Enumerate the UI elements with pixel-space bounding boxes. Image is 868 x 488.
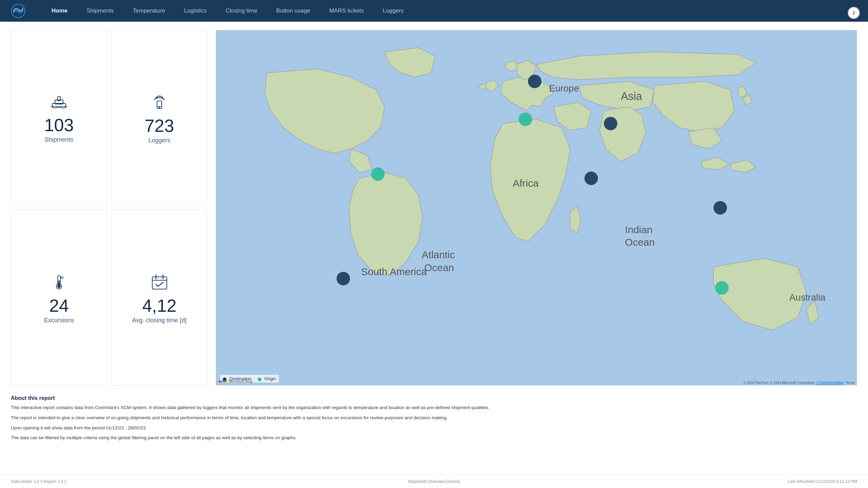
- svg-point-32: [371, 167, 385, 181]
- nav-logistics[interactable]: Logistics: [175, 0, 216, 22]
- kpi-excursions: 24 Excursions: [11, 210, 107, 386]
- nav-closing-time[interactable]: Closing time: [216, 0, 267, 22]
- svg-text:South America: South America: [361, 266, 427, 277]
- origin-dot: [258, 378, 261, 381]
- svg-point-29: [713, 201, 727, 215]
- kpi-closing-time: 4,12 Avg. closing time [d]: [111, 210, 208, 386]
- nav-mars-tickets[interactable]: MARS tickets: [320, 0, 373, 22]
- svg-text:Australia: Australia: [789, 292, 826, 303]
- thermometer-icon: [51, 273, 67, 293]
- map-attribution: © 2023 TomTom, © 2024 Microsoft Corporat…: [744, 381, 855, 385]
- about-para-3: Upon opening it will show data from the …: [11, 424, 857, 432]
- svg-text:Africa: Africa: [513, 178, 539, 189]
- about-section: About this report This interactive repor…: [0, 386, 868, 451]
- excursions-label: Excursions: [44, 317, 74, 324]
- svg-text:Indian: Indian: [625, 224, 652, 235]
- svg-text:Atlantic: Atlantic: [422, 249, 455, 260]
- svg-point-28: [585, 171, 598, 185]
- footer-center: Shipments Overview Dummy: [408, 479, 460, 484]
- bing-logo: ■■■■ Microsoft Bing: [219, 379, 252, 383]
- origin-label: Origin: [264, 376, 276, 381]
- svg-text:Asia: Asia: [621, 90, 642, 102]
- about-para-4: The data can be filtered by multiple cri…: [11, 434, 857, 442]
- loggers-count: 723: [145, 116, 174, 136]
- main-nav: Home Shipments Temperature Logistics Clo…: [0, 0, 868, 22]
- about-title: About this report: [11, 395, 857, 401]
- svg-text:Ocean: Ocean: [625, 237, 655, 248]
- nav-shipments[interactable]: Shipments: [77, 0, 123, 22]
- svg-text:Ocean: Ocean: [424, 262, 454, 273]
- bing-label: Microsoft Bing: [229, 379, 253, 383]
- wifi-device-icon: [151, 93, 168, 113]
- svg-point-27: [337, 272, 350, 285]
- about-para-1: This interactive report contains data fr…: [11, 404, 857, 411]
- about-para-2: The report is intended to give a clear o…: [11, 414, 857, 422]
- svg-point-34: [519, 113, 532, 126]
- world-map[interactable]: Asia Indian Ocean Africa Atlantic Ocean …: [216, 30, 857, 386]
- footer: Data model: v.2.3 Report: v.2.2 Shipment…: [0, 474, 868, 488]
- shipments-count: 103: [44, 116, 74, 135]
- nav-button-usage[interactable]: Button usage: [267, 0, 320, 22]
- kpi-loggers: 723 Loggers: [111, 30, 208, 206]
- svg-point-12: [61, 277, 63, 279]
- nav-loggers[interactable]: Loggers: [373, 0, 413, 22]
- nav-home[interactable]: Home: [42, 0, 77, 22]
- info-button[interactable]: i: [848, 7, 860, 19]
- footer-right: Last refreshed 11/23/2023 5:11:12 PM: [788, 479, 857, 484]
- kpi-shipments: 103 Shipments: [11, 30, 107, 206]
- svg-point-33: [715, 281, 729, 295]
- loggers-label: Loggers: [148, 137, 170, 144]
- closing-time-label: Avg. closing time [d]: [132, 317, 187, 324]
- svg-point-7: [159, 107, 160, 108]
- nav-temperature[interactable]: Temperature: [123, 0, 175, 22]
- logo[interactable]: [11, 3, 26, 18]
- calendar-check-icon: [150, 273, 169, 293]
- osm-link[interactable]: © OpenStreetMap: [816, 381, 844, 385]
- kpi-grid: 103 Shipments 723 Logge: [11, 30, 208, 386]
- nav-links: Home Shipments Temperature Logistics Clo…: [42, 0, 857, 22]
- shipments-label: Shipments: [44, 136, 73, 143]
- svg-text:Europe: Europe: [549, 83, 579, 94]
- ship-icon: [49, 94, 69, 112]
- excursions-count: 24: [49, 296, 69, 316]
- main-content: 103 Shipments 723 Logge: [0, 22, 868, 386]
- svg-point-11: [57, 285, 61, 288]
- footer-left: Data model: v.2.3 Report: v.2.2: [11, 479, 66, 484]
- closing-time-value: 4,12: [142, 296, 176, 316]
- svg-point-31: [604, 117, 617, 130]
- svg-rect-13: [152, 277, 167, 289]
- svg-point-30: [528, 75, 541, 88]
